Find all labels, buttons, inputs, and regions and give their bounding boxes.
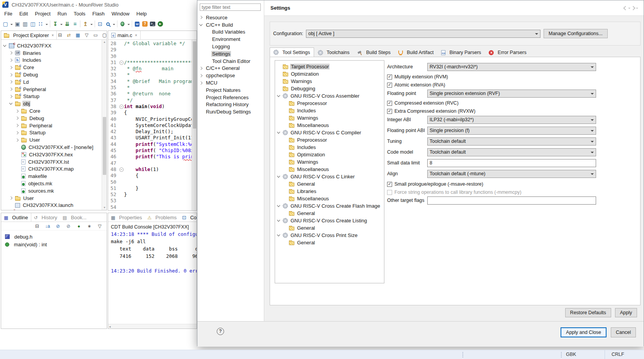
tree-item[interactable]: Binaries xyxy=(1,49,107,57)
tree-item[interactable]: Peripheral xyxy=(1,122,107,129)
dialog-tab[interactable]: Toolchains xyxy=(314,48,353,57)
tool-tree-item[interactable]: General xyxy=(275,180,384,188)
menu-item[interactable]: Edit xyxy=(16,10,31,17)
expander-icon[interactable] xyxy=(9,102,12,105)
scroll-left-icon[interactable]: ◂ xyxy=(109,324,111,329)
fold-marker-icon[interactable] xyxy=(119,135,124,141)
dialog-tab[interactable]: Binary Parsers xyxy=(437,48,485,57)
view-menu-icon[interactable]: ▽ xyxy=(83,31,90,39)
focus-on-active-task-icon[interactable]: ▦ xyxy=(75,31,81,39)
align-select[interactable]: Toolchain default (-mtune) xyxy=(427,170,596,178)
expander-icon[interactable] xyxy=(9,95,12,98)
dialog-nav-item[interactable]: Project References xyxy=(197,94,264,101)
tool-tree-item[interactable]: Debugging xyxy=(275,85,384,92)
fold-marker-icon[interactable] xyxy=(119,53,124,59)
tool-tree-item[interactable]: Preprocessor xyxy=(275,136,384,144)
forward-icon[interactable] xyxy=(631,6,635,10)
fold-marker-icon[interactable] xyxy=(119,166,124,173)
dropdown-icon[interactable] xyxy=(44,20,49,28)
tree-item[interactable]: Core xyxy=(1,64,107,71)
restore-defaults-button[interactable]: Restore Defaults xyxy=(565,308,611,317)
tool-tree-item[interactable]: Includes xyxy=(275,144,384,151)
expander-icon[interactable] xyxy=(199,67,202,70)
tool-tree-item[interactable]: Miscellaneous xyxy=(275,195,384,202)
tool-tree-item[interactable]: Miscellaneous xyxy=(275,122,384,129)
tree-item[interactable]: CH32V307FXX.hex xyxy=(1,151,107,158)
cancel-button[interactable]: Cancel xyxy=(611,327,636,337)
tool-tree-item[interactable]: Warnings xyxy=(275,78,384,85)
collapse-all-icon[interactable]: ⊟ xyxy=(57,31,63,39)
dialog-nav-item[interactable]: Project Natures xyxy=(197,86,264,94)
maximize-icon[interactable]: ▢ xyxy=(101,31,107,39)
manage-configurations-button[interactable]: Manage Configurations... xyxy=(544,29,608,38)
dialog-nav-item[interactable]: Refactoring History xyxy=(197,101,264,108)
tree-item[interactable]: Debug xyxy=(1,115,107,122)
save-all-icon[interactable]: ▥ xyxy=(21,20,29,28)
tree-item[interactable]: CH32V307FXX.lst xyxy=(1,158,107,166)
dialog-nav-item[interactable]: Tool Chain Editor xyxy=(197,58,264,65)
fold-marker-icon[interactable] xyxy=(119,47,124,53)
fold-marker-icon[interactable] xyxy=(119,78,124,85)
tool-tree-item[interactable]: Miscellaneous xyxy=(275,166,384,173)
expander-icon[interactable] xyxy=(277,204,280,207)
outline-view-tab[interactable]: Outline xyxy=(1,213,31,222)
tool-tree-item[interactable]: General xyxy=(275,210,384,217)
tool-tree-item[interactable]: Warnings xyxy=(275,158,384,166)
fold-marker-icon[interactable] xyxy=(119,173,124,179)
expander-icon[interactable] xyxy=(277,174,280,178)
fold-marker-icon[interactable] xyxy=(119,185,124,191)
tool-tree-item[interactable]: Libraries xyxy=(275,188,384,195)
new-file-icon[interactable]: ▢ xyxy=(2,20,9,28)
tree-item[interactable]: Peripheral xyxy=(1,86,107,93)
tree-item[interactable]: objects.mk xyxy=(1,180,107,187)
console-view-tab[interactable]: Problems xyxy=(145,213,180,222)
dropdown-icon[interactable] xyxy=(112,20,116,28)
dialog-nav-item[interactable]: Logging xyxy=(197,43,264,50)
menu-item[interactable]: Flash xyxy=(89,10,108,17)
expander-icon[interactable] xyxy=(9,80,12,83)
fold-marker-icon[interactable] xyxy=(119,66,124,72)
floating-point-select[interactable]: Single precision extension (RVF) xyxy=(427,90,596,98)
tool-tree-item[interactable]: GNU RISC-V Cross Print Size xyxy=(275,232,384,239)
console-view-tab[interactable]: Console xyxy=(179,213,197,222)
tool-tree-item[interactable]: General xyxy=(275,224,384,232)
fold-marker-icon[interactable] xyxy=(119,160,124,166)
build-settings-icon[interactable]: ◫ xyxy=(29,20,37,28)
dialog-tab[interactable]: Build Steps xyxy=(353,48,394,57)
atomic-extension-checkbox[interactable] xyxy=(387,83,392,88)
configuration-select[interactable]: obj [ Active ] xyxy=(306,30,540,38)
tool-tree-item[interactable]: Includes xyxy=(275,107,384,114)
tool-tree-item[interactable]: GNU RISC-V Cross C Compiler xyxy=(275,129,384,136)
expander-icon[interactable] xyxy=(9,66,12,69)
tool-tree-item[interactable]: GNU RISC-V Cross Create Flash Image xyxy=(275,202,384,210)
expander-icon[interactable] xyxy=(9,59,12,62)
expander-icon[interactable] xyxy=(15,139,19,142)
dialog-tab[interactable]: Tool Settings xyxy=(270,47,314,57)
fold-marker-icon[interactable] xyxy=(119,110,124,116)
menu-item[interactable]: Project xyxy=(31,10,54,17)
expander-icon[interactable] xyxy=(277,233,280,236)
expander-icon[interactable] xyxy=(3,44,6,47)
dialog-tab[interactable]: Error Parsers xyxy=(485,48,530,57)
tool-tree-item[interactable]: GNU RISC-V Cross C Linker xyxy=(275,173,384,180)
tool-tree-item[interactable]: Warnings xyxy=(275,114,384,122)
expander-icon[interactable] xyxy=(277,218,280,222)
fold-marker-icon[interactable] xyxy=(119,103,124,110)
tab-project-explorer[interactable]: Project Explorer × xyxy=(1,31,57,39)
compressed-extension-checkbox[interactable] xyxy=(387,101,392,106)
tool-tree-item[interactable]: General xyxy=(275,239,384,246)
expander-icon[interactable] xyxy=(9,196,12,200)
expander-icon[interactable] xyxy=(277,130,280,134)
menu-item[interactable]: Run xyxy=(54,10,70,17)
expander-icon[interactable] xyxy=(9,73,12,76)
tree-item[interactable]: Ld xyxy=(1,78,107,86)
tree-item[interactable]: Startup xyxy=(1,129,107,137)
dialog-nav-item[interactable]: Environment xyxy=(197,36,264,43)
expander-icon[interactable] xyxy=(199,74,202,77)
dialog-nav-item[interactable]: MCU xyxy=(197,79,264,86)
code-model-select[interactable]: Toolchain default xyxy=(427,148,596,156)
build-all-icon[interactable]: ⇊ xyxy=(63,20,71,28)
fold-marker-icon[interactable] xyxy=(119,85,124,91)
fold-marker-icon[interactable] xyxy=(119,97,124,103)
help-doc-icon[interactable]: ? xyxy=(141,20,149,28)
